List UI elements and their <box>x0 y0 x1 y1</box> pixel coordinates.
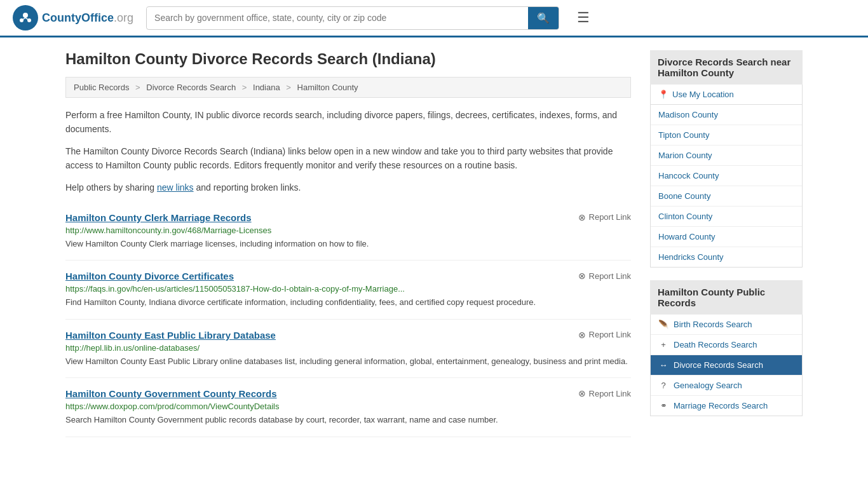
logo-icon <box>13 5 38 30</box>
report-icon: ⊗ <box>578 271 586 281</box>
public-records-section: Hamilton County Public Records 🪶 Birth R… <box>650 280 803 416</box>
result-title[interactable]: Hamilton County East Public Library Data… <box>65 330 276 341</box>
content-area: Hamilton County Divorce Records Search (… <box>65 50 631 437</box>
public-record-item[interactable]: ? Genealogy Search <box>651 376 802 396</box>
breadcrumb-hamilton-county[interactable]: Hamilton County <box>297 83 358 92</box>
description-1: Perform a free Hamilton County, IN publi… <box>65 108 631 137</box>
result-url[interactable]: https://faqs.in.gov/hc/en-us/articles/11… <box>65 284 631 294</box>
result-url[interactable]: http://www.hamiltoncounty.in.gov/468/Mar… <box>65 226 631 235</box>
public-record-item[interactable]: 🪶 Birth Records Search <box>651 315 802 335</box>
use-my-location[interactable]: 📍 Use My Location <box>650 85 803 105</box>
new-links-link[interactable]: new links <box>157 182 194 193</box>
county-link[interactable]: Tipton County <box>651 125 802 146</box>
record-label: Marriage Records Search <box>674 401 768 410</box>
report-link[interactable]: ⊗ Report Link <box>578 330 631 340</box>
county-link[interactable]: Madison County <box>651 105 802 125</box>
result-item: Hamilton County East Public Library Data… <box>65 320 631 379</box>
record-label: Birth Records Search <box>674 320 752 329</box>
report-icon: ⊗ <box>578 330 586 340</box>
results-list: Hamilton County Clerk Marriage Records ⊗… <box>65 202 631 437</box>
result-title[interactable]: Hamilton County Divorce Certificates <box>65 271 234 281</box>
description-2: The Hamilton County Divorce Records Sear… <box>65 144 631 173</box>
nearby-county-list: Madison CountyTipton CountyMarion County… <box>650 105 803 268</box>
description-3: Help others by sharing new links and rep… <box>65 180 631 194</box>
record-icon: ? <box>658 381 668 390</box>
nearby-section: Divorce Records Search near Hamilton Cou… <box>650 50 803 268</box>
county-link[interactable]: Hancock County <box>651 166 802 186</box>
report-link[interactable]: ⊗ Report Link <box>578 212 631 222</box>
result-title[interactable]: Hamilton County Government County Record… <box>65 388 277 399</box>
public-records-list: 🪶 Birth Records Search + Death Records S… <box>650 315 803 416</box>
public-record-item[interactable]: + Death Records Search <box>651 335 802 355</box>
result-title[interactable]: Hamilton County Clerk Marriage Records <box>65 212 252 223</box>
result-description: Search Hamilton County Government public… <box>65 414 631 426</box>
result-header: Hamilton County Government County Record… <box>65 388 631 399</box>
main-container: Hamilton County Divorce Records Search (… <box>53 37 815 450</box>
breadcrumb-divorce-records[interactable]: Divorce Records Search <box>146 83 236 92</box>
breadcrumb: Public Records > Divorce Records Search … <box>65 77 631 98</box>
record-label: Death Records Search <box>674 340 757 349</box>
public-record-item[interactable]: ⚭ Marriage Records Search <box>651 396 802 416</box>
result-description: Find Hamilton County, Indiana divorce ce… <box>65 296 631 309</box>
result-description: View Hamilton County East Public Library… <box>65 355 631 368</box>
record-label: Divorce Records Search <box>674 360 763 370</box>
report-link[interactable]: ⊗ Report Link <box>578 388 631 398</box>
page-title: Hamilton County Divorce Records Search (… <box>65 50 631 68</box>
record-icon: ↔ <box>658 360 668 370</box>
county-link[interactable]: Howard County <box>651 227 802 247</box>
result-header: Hamilton County East Public Library Data… <box>65 330 631 341</box>
record-icon: 🪶 <box>658 320 668 329</box>
public-record-item[interactable]: ↔ Divorce Records Search <box>651 355 802 376</box>
county-link[interactable]: Clinton County <box>651 207 802 227</box>
search-bar: 🔍 <box>146 6 559 30</box>
result-url[interactable]: http://hepl.lib.in.us/online-databases/ <box>65 343 631 353</box>
record-icon: + <box>658 340 668 349</box>
result-url[interactable]: https://www.doxpop.com/prod/common/ViewC… <box>65 402 631 411</box>
record-label: Genealogy Search <box>674 381 742 390</box>
report-icon: ⊗ <box>578 212 586 222</box>
report-link[interactable]: ⊗ Report Link <box>578 271 631 281</box>
header: CountyOffice.org 🔍 ☰ <box>0 0 868 37</box>
nearby-title: Divorce Records Search near Hamilton Cou… <box>650 50 803 85</box>
result-item: Hamilton County Clerk Marriage Records ⊗… <box>65 202 631 261</box>
breadcrumb-indiana[interactable]: Indiana <box>253 83 280 92</box>
result-header: Hamilton County Divorce Certificates ⊗ R… <box>65 271 631 281</box>
report-icon: ⊗ <box>578 388 586 398</box>
search-input[interactable] <box>147 8 528 28</box>
county-link[interactable]: Boone County <box>651 186 802 207</box>
result-description: View Hamilton County Clerk marriage lice… <box>65 238 631 250</box>
logo[interactable]: CountyOffice.org <box>13 5 133 30</box>
public-records-title: Hamilton County Public Records <box>650 280 803 315</box>
county-link[interactable]: Hendricks County <box>651 247 802 267</box>
menu-button[interactable]: ☰ <box>572 7 595 29</box>
search-button[interactable]: 🔍 <box>528 7 559 29</box>
result-header: Hamilton County Clerk Marriage Records ⊗… <box>65 212 631 223</box>
result-item: Hamilton County Divorce Certificates ⊗ R… <box>65 261 631 320</box>
breadcrumb-public-records[interactable]: Public Records <box>74 83 129 92</box>
record-icon: ⚭ <box>658 401 668 410</box>
svg-point-1 <box>23 13 28 18</box>
result-item: Hamilton County Government County Record… <box>65 378 631 437</box>
sidebar: Divorce Records Search near Hamilton Cou… <box>650 50 803 437</box>
county-link[interactable]: Marion County <box>651 146 802 166</box>
logo-text: CountyOffice.org <box>42 11 133 25</box>
